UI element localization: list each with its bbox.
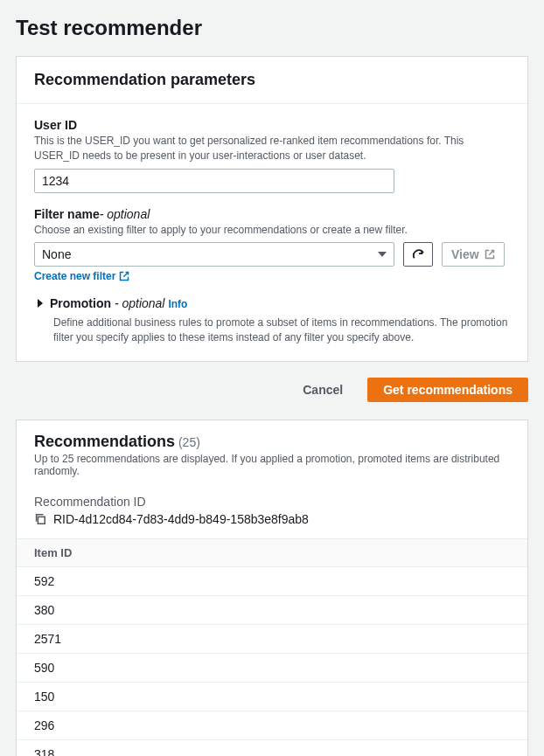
table-row: 2571 xyxy=(17,625,527,654)
params-panel: Recommendation parameters User ID This i… xyxy=(16,56,528,362)
recommendation-id-value: RID-4d12cd84-7d83-4dd9-b849-158b3e8f9ab8 xyxy=(53,512,309,526)
create-filter-label: Create new filter xyxy=(34,270,115,282)
filter-selected-value: None xyxy=(42,247,71,261)
external-link-icon xyxy=(485,249,495,260)
params-heading: Recommendation parameters xyxy=(34,71,510,89)
table-row: 380 xyxy=(17,596,527,625)
refresh-icon xyxy=(412,248,424,260)
recommendation-id-label: Recommendation ID xyxy=(34,495,510,509)
filter-label-text: Filter name xyxy=(34,207,100,221)
create-filter-link[interactable]: Create new filter xyxy=(34,270,129,282)
recommendations-heading: Recommendations xyxy=(34,433,175,450)
filter-description: Choose an existing filter to apply to yo… xyxy=(34,223,510,238)
promotion-label: Promotion xyxy=(50,296,115,310)
user-id-description: This is the USER_ID you want to get pers… xyxy=(34,134,510,163)
recommendation-id-block: Recommendation ID RID-4d12cd84-7d83-4dd9… xyxy=(17,486,527,538)
user-id-label: User ID xyxy=(34,118,510,132)
cancel-button[interactable]: Cancel xyxy=(287,378,359,402)
chevron-down-icon xyxy=(378,252,387,257)
user-id-group: User ID This is the USER_ID you want to … xyxy=(34,118,510,193)
filter-group: Filter name- optional Choose an existing… xyxy=(34,207,510,283)
promotion-description: Define additional business rules to prom… xyxy=(53,316,510,345)
filter-select[interactable]: None xyxy=(34,242,394,267)
table-row: 318 xyxy=(17,740,527,756)
table-row: 590 xyxy=(17,654,527,683)
promotion-toggle[interactable]: Promotion - optional Info xyxy=(38,296,510,310)
action-row: Cancel Get recommendations xyxy=(16,378,528,402)
caret-right-icon xyxy=(38,299,43,308)
table-row: 592 xyxy=(17,567,527,596)
promotion-section: Promotion - optional Info Define additio… xyxy=(34,296,510,345)
view-button-label: View xyxy=(451,247,479,261)
promotion-info-link[interactable]: Info xyxy=(168,298,187,310)
get-recommendations-button[interactable]: Get recommendations xyxy=(367,378,528,402)
view-button[interactable]: View xyxy=(442,242,505,267)
table-header-item-id: Item ID xyxy=(17,538,527,567)
recommendations-header: Recommendations (25) Up to 25 recommenda… xyxy=(17,420,527,486)
recommendations-count: (25) xyxy=(178,435,200,449)
recommendations-subtitle: Up to 25 recommendations are displayed. … xyxy=(34,453,510,477)
copy-icon[interactable] xyxy=(34,513,46,525)
params-header: Recommendation parameters xyxy=(17,57,527,104)
recommendations-panel: Recommendations (25) Up to 25 recommenda… xyxy=(16,420,528,756)
user-id-input[interactable] xyxy=(34,169,394,193)
page-title: Test recommender xyxy=(16,16,528,40)
external-link-icon xyxy=(119,271,129,281)
promotion-optional: - optional xyxy=(115,296,165,310)
table-row: 150 xyxy=(17,683,527,711)
svg-rect-0 xyxy=(38,517,45,524)
filter-label: Filter name- optional xyxy=(34,207,510,221)
refresh-button[interactable] xyxy=(403,242,433,267)
table-row: 296 xyxy=(17,711,527,740)
filter-optional: - optional xyxy=(100,207,150,221)
